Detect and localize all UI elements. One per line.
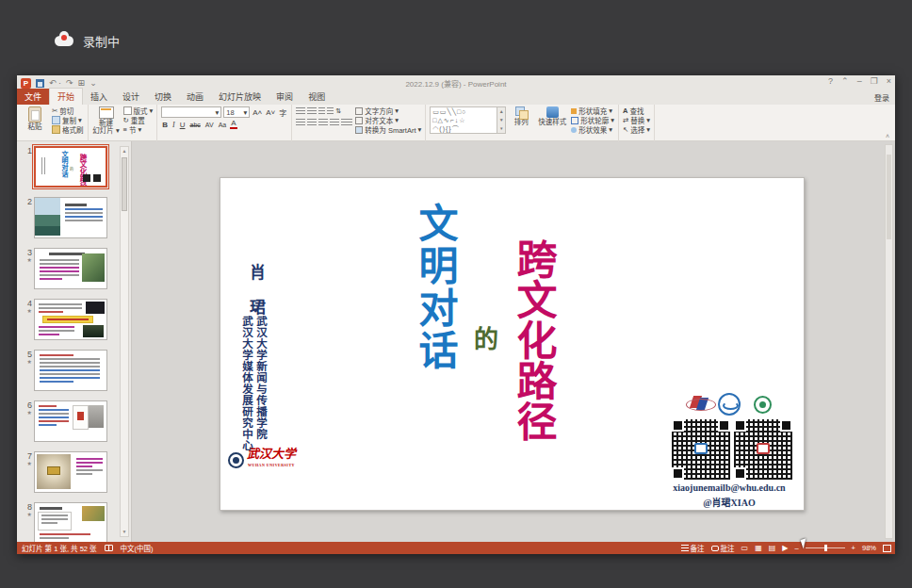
close-button[interactable]: × (887, 76, 891, 86)
zoom-in-button[interactable]: + (852, 544, 855, 552)
slide-thumbnail-5[interactable] (34, 350, 107, 391)
select-icon: ↖ (623, 125, 628, 134)
spell-check-icon[interactable] (105, 545, 113, 551)
slide-sorter-view-button[interactable]: ▦ (755, 544, 762, 553)
slide-thumbnail-3[interactable] (34, 248, 107, 289)
increase-indent-icon[interactable] (327, 107, 334, 114)
font-name-combo[interactable]: ▾ (161, 106, 221, 118)
format-painter-button[interactable]: 格式刷 (52, 125, 84, 134)
powerpoint-app-icon[interactable]: P (21, 78, 31, 89)
slide-thumbnail-7[interactable] (34, 451, 107, 493)
shapes-gallery-scroll[interactable]: ▲▼▾ (497, 106, 506, 134)
align-right-icon[interactable] (318, 119, 328, 125)
layout-button[interactable]: 版式 ▾ (123, 106, 154, 115)
cut-button[interactable]: ✂剪切 (52, 106, 84, 115)
help-button[interactable]: ? (828, 76, 833, 86)
select-button[interactable]: ↖选择 ▾ (623, 125, 650, 134)
slide-thumbnail-6[interactable] (34, 400, 107, 442)
fit-slide-to-window-icon[interactable] (883, 545, 891, 552)
slide-thumbnail-2[interactable] (34, 197, 107, 238)
slide-particle[interactable]: 的 (474, 319, 498, 354)
bold-button[interactable]: B (161, 121, 169, 129)
bullets-icon[interactable] (296, 107, 305, 114)
increase-font-icon[interactable]: A˄ (252, 108, 263, 117)
convert-to-smartart-button[interactable]: 转换为 SmartArt ▾ (355, 125, 421, 134)
language-indicator[interactable]: 中文(中国) (121, 543, 154, 553)
align-text-button[interactable]: 对齐文本 ▾ (355, 116, 421, 124)
comments-button[interactable]: 批注 (711, 543, 735, 553)
canvas-scrollbar[interactable] (885, 144, 893, 539)
find-button[interactable]: A查找 (623, 106, 650, 115)
window-title: 2022.12.9 (兼容) - PowerPoint (17, 78, 895, 89)
align-left-icon[interactable] (296, 119, 305, 125)
slide-thumbnail-1[interactable]: 文明对话的跨文化路径 (34, 146, 107, 188)
zoom-slider[interactable] (806, 547, 845, 548)
canvas-scrollbar-thumb[interactable] (887, 155, 891, 239)
tab-视图[interactable]: 视图 (301, 89, 333, 105)
zoom-out-button[interactable]: – (794, 544, 798, 552)
minimize-button[interactable]: – (857, 76, 862, 86)
slide-thumbnail-4[interactable] (34, 299, 107, 340)
clear-formatting-icon[interactable]: 字 (278, 107, 287, 118)
thumbnail-scrollbar[interactable]: ▲ ▼ (120, 146, 129, 537)
reset-button[interactable]: ↻重置 (123, 116, 154, 124)
tab-文件[interactable]: 文件 (17, 89, 49, 105)
slide-title-magenta[interactable]: 跨文化路径 (513, 238, 553, 441)
quick-styles-button[interactable]: 快速样式 (536, 106, 568, 142)
restore-button[interactable]: ❐ (871, 76, 878, 86)
arrange-icon (515, 106, 528, 118)
tab-审阅[interactable]: 审阅 (269, 89, 301, 105)
strikethrough-button[interactable]: abc (189, 122, 202, 128)
character-spacing-button[interactable]: AV (204, 122, 215, 128)
sign-in-link[interactable]: 登录 (874, 92, 889, 103)
zoom-slider-knob[interactable] (824, 545, 827, 551)
align-center-icon[interactable] (307, 119, 317, 125)
zoom-percentage[interactable]: 98% (862, 544, 876, 552)
replace-button[interactable]: ⇄替换 ▾ (623, 116, 650, 124)
line-spacing-icon[interactable]: ⇅ (335, 107, 341, 115)
copy-button[interactable]: 复制 ▾ (52, 116, 84, 124)
tab-切换[interactable]: 切换 (147, 89, 179, 105)
text-direction-button[interactable]: 文字方向 ▾ (355, 106, 421, 115)
decrease-font-icon[interactable]: A˅ (265, 108, 276, 117)
new-slide-button[interactable]: 新建 幻灯片 ▾ (92, 106, 121, 142)
tab-幻灯片放映[interactable]: 幻灯片放映 (211, 89, 269, 105)
reading-view-button[interactable]: ▤ (769, 544, 776, 553)
slide-affiliations[interactable]: 武汉大学新闻与传播学院 武汉大学媒体发展研究中心 (239, 316, 268, 451)
section-button[interactable]: ≡节 ▾ (123, 125, 154, 134)
font-size-combo[interactable]: 18▾ (223, 106, 250, 118)
italic-button[interactable]: I (171, 121, 176, 129)
slide-author-char1[interactable]: 肖 (250, 259, 266, 283)
font-color-button[interactable]: A (230, 120, 236, 129)
tab-动画[interactable]: 动画 (179, 89, 211, 105)
change-case-button[interactable]: Aa (218, 122, 228, 128)
scroll-up-icon[interactable]: ▲ (121, 147, 128, 155)
arrange-button[interactable]: 排列 (509, 106, 533, 142)
numbering-icon[interactable] (307, 107, 317, 114)
tab-开始[interactable]: 开始 (49, 88, 83, 105)
slide-title-blue[interactable]: 文明对话 (413, 203, 456, 372)
notes-button[interactable]: 备注 (681, 543, 705, 553)
current-slide[interactable]: 文明对话 的 跨文化路径 肖 珺 武汉大学新闻与传播学院 武汉大学媒体发展研究中… (220, 177, 805, 511)
columns-icon[interactable] (341, 119, 352, 125)
slideshow-button[interactable]: ▶ (782, 544, 788, 553)
scrollbar-thumb[interactable] (122, 157, 127, 211)
save-icon[interactable] (36, 79, 44, 88)
paste-button[interactable]: 粘贴 (21, 106, 49, 142)
shapes-gallery[interactable]: ▭▭╲╲□○ □△∿⌐↓☆ ◠(){}⌒ (430, 106, 497, 134)
justify-icon[interactable] (330, 119, 339, 125)
ribbon-display-options-button[interactable]: ⌃ (841, 76, 849, 86)
shape-fill-button[interactable]: 形状填充 ▾ (571, 106, 614, 115)
collapse-ribbon-icon[interactable]: ˄ (886, 133, 889, 139)
decrease-indent-icon[interactable] (318, 107, 325, 114)
tab-设计[interactable]: 设计 (115, 89, 147, 105)
underline-button[interactable]: U (179, 121, 187, 129)
slide-thumbnail-8[interactable] (34, 502, 107, 542)
slide-author-char2[interactable]: 珺 (250, 294, 266, 318)
tab-插入[interactable]: 插入 (83, 89, 115, 105)
normal-view-button[interactable]: ▭ (741, 544, 749, 553)
scroll-down-icon[interactable]: ▼ (121, 528, 128, 536)
shape-effects-button[interactable]: 形状效果 ▾ (571, 125, 614, 134)
shape-outline-button[interactable]: 形状轮廓 ▾ (571, 116, 614, 124)
slide-thumbnail-panel: 1文明对话的跨文化路径23★4★5★6★7★8★ ▲ ▼ (17, 141, 132, 542)
